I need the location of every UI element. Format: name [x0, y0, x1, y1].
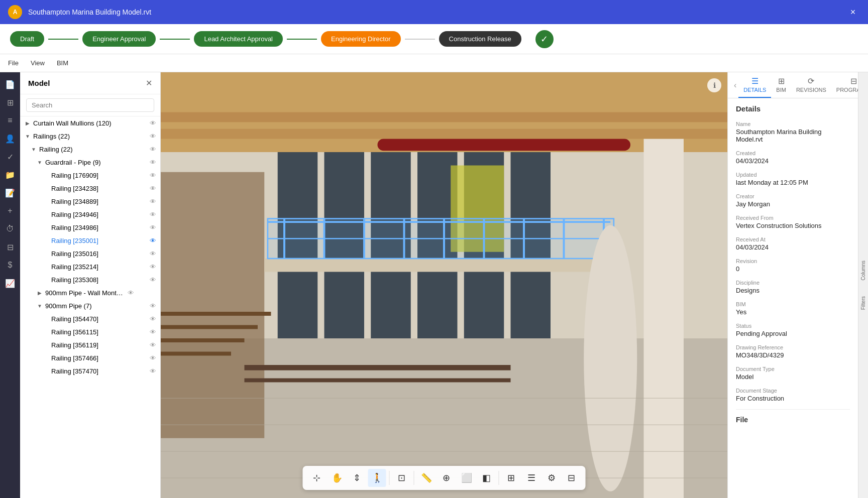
list-item[interactable]: Railing [234238] 👁	[20, 182, 160, 195]
export-button[interactable]: ⊟	[563, 469, 581, 487]
measure-tool-button[interactable]: 📏	[417, 469, 436, 487]
detail-updated-value: last Monday at 12:05 PM	[736, 179, 850, 186]
eye-icon[interactable]: 👁	[150, 354, 156, 362]
box-select-button[interactable]: ⬜	[458, 469, 476, 487]
list-item[interactable]: Railing [176909] 👁	[20, 169, 160, 182]
eye-icon[interactable]: 👁	[150, 185, 156, 192]
nav-folder-icon[interactable]: 📁	[2, 167, 18, 183]
tab-details[interactable]: ☰ DETAILS	[738, 72, 771, 98]
list-view-button[interactable]: ☰	[522, 469, 540, 487]
step-lead-architect[interactable]: Lead Architect Approval	[194, 31, 283, 47]
walk-tool-button[interactable]: 🚶	[368, 469, 386, 487]
columns-button[interactable]: Columns	[859, 257, 867, 284]
eye-icon[interactable]: 👁	[150, 159, 156, 166]
toolbar-separator	[389, 471, 390, 485]
step-construction-release[interactable]: Construction Release	[439, 31, 521, 47]
list-item[interactable]: Railing [235214] 👁	[20, 260, 160, 273]
detail-doc-stage-row: Document Stage For Construction	[736, 388, 850, 402]
settings-button[interactable]: ⚙	[542, 469, 561, 487]
tab-bim[interactable]: ⊞ BIM	[771, 72, 791, 98]
svg-rect-26	[161, 312, 271, 316]
list-item[interactable]: Railing [234946] 👁	[20, 208, 160, 221]
tree-item[interactable]: ▼ Guardrail - Pipe (9) 👁	[20, 156, 160, 169]
model-search-input[interactable]	[26, 98, 154, 112]
detail-status-value: Pending Approval	[736, 330, 850, 337]
eye-icon[interactable]: 👁	[150, 146, 156, 153]
viewport-info-button[interactable]: ℹ	[707, 78, 721, 92]
model-panel-close-button[interactable]: ✕	[146, 78, 152, 88]
tree-label: Railing [235214]	[51, 263, 148, 271]
pan-tool-button[interactable]: ✋	[328, 469, 346, 487]
orbit-tool-button[interactable]: ⇕	[348, 469, 366, 487]
tree-label: Railing [235001]	[51, 237, 148, 244]
eye-icon[interactable]: 👁	[150, 367, 156, 375]
eye-icon[interactable]: 👁	[150, 315, 156, 323]
eye-icon[interactable]: 👁	[150, 172, 156, 179]
detail-discipline-label: Discipline	[736, 280, 850, 286]
svg-rect-12	[378, 139, 631, 151]
close-button[interactable]: ×	[846, 5, 860, 19]
nav-chart-icon[interactable]: 📈	[2, 275, 18, 291]
menu-file[interactable]: File	[8, 57, 19, 69]
eye-icon[interactable]: 👁	[150, 133, 156, 140]
tab-revisions[interactable]: ⟳ REVISIONS	[791, 72, 831, 98]
list-item[interactable]: Railing [356115] 👁	[20, 325, 160, 338]
list-item[interactable]: Railing [357470] 👁	[20, 364, 160, 378]
eye-icon[interactable]: 👁	[150, 276, 156, 284]
eye-icon[interactable]: 👁	[150, 211, 156, 218]
tree-item[interactable]: ▼ 900mm Pipe (7) 👁	[20, 299, 160, 312]
eye-icon[interactable]: 👁	[150, 224, 156, 231]
eye-icon[interactable]: 👁	[150, 250, 156, 258]
list-item[interactable]: Railing [356119] 👁	[20, 338, 160, 351]
eye-icon[interactable]: 👁	[150, 302, 156, 310]
eye-icon[interactable]: 👁	[128, 289, 134, 297]
tree-item[interactable]: ▶ 900mm Pipe - Wall Monted... 👁	[20, 286, 160, 299]
eye-icon[interactable]: 👁	[150, 341, 156, 349]
2d-view-button[interactable]: ⊞	[502, 469, 520, 487]
tree-item[interactable]: ▼ Railing (22) 👁	[20, 143, 160, 156]
eye-icon[interactable]: 👁	[150, 119, 156, 127]
tree-item[interactable]: ▼ Railings (22) 👁	[20, 130, 160, 143]
tab-programmi[interactable]: ⊟ PROGRAMMI	[831, 72, 858, 98]
viewport[interactable]: ℹ ⊹ ✋ ⇕ 🚶 ⊡ 📏 ⊕ ⬜ ◧ ⊞ ☰ ⚙ ⊟	[161, 72, 727, 498]
markup-tool-button[interactable]: ⊕	[438, 469, 456, 487]
list-item[interactable]: Railing [234889] 👁	[20, 195, 160, 208]
select-tool-button[interactable]: ⊹	[308, 469, 326, 487]
list-item[interactable]: Railing [354470] 👁	[20, 312, 160, 325]
eye-icon[interactable]: 👁	[150, 263, 156, 271]
step-draft[interactable]: Draft	[10, 31, 44, 47]
file-section-title: File	[736, 416, 850, 424]
details-panel: ‹ ☰ DETAILS ⊞ BIM ⟳ REVISIONS ⊟ PROGRAMM…	[727, 72, 858, 498]
tree-item[interactable]: ▶ Curtain Wall Mullions (120) 👁	[20, 116, 160, 130]
nav-check-icon[interactable]: ✓	[2, 149, 18, 165]
eye-icon[interactable]: 👁	[150, 198, 156, 205]
workflow-check[interactable]: ✓	[535, 30, 554, 48]
nav-document-icon[interactable]: 📄	[2, 76, 18, 92]
list-item[interactable]: Railing [235016] 👁	[20, 247, 160, 260]
step-engineering-director[interactable]: Engineering Director	[321, 31, 401, 47]
menu-view[interactable]: View	[31, 57, 45, 69]
section-tool-button[interactable]: ⊡	[393, 469, 411, 487]
model-search-area	[20, 94, 160, 116]
svg-rect-29	[161, 352, 231, 356]
eye-icon[interactable]: 👁	[150, 328, 156, 336]
list-item[interactable]: Railing [235308] 👁	[20, 273, 160, 286]
list-item[interactable]: Railing [357466] 👁	[20, 351, 160, 364]
list-item[interactable]: Railing [234986] 👁	[20, 221, 160, 234]
tree-toggle-icon: ▼	[36, 302, 43, 309]
list-item-active[interactable]: Railing [235001] 👁	[20, 234, 160, 247]
nav-clock-icon[interactable]: ⏱	[2, 221, 18, 237]
eye-icon[interactable]: 👁	[150, 237, 156, 244]
nav-plus-icon[interactable]: +	[2, 203, 18, 219]
details-nav-left[interactable]: ‹	[732, 79, 738, 92]
nav-dollar-icon[interactable]: $	[2, 257, 18, 273]
nav-notes-icon[interactable]: 📝	[2, 185, 18, 201]
nav-grid-icon[interactable]: ⊞	[2, 94, 18, 110]
filters-button[interactable]: Filters	[859, 292, 867, 314]
nav-people-icon[interactable]: 👤	[2, 131, 18, 147]
menu-bim[interactable]: BIM	[57, 57, 68, 69]
nav-layers-icon[interactable]: ≡	[2, 112, 18, 129]
cube-tool-button[interactable]: ◧	[478, 469, 496, 487]
nav-table-icon[interactable]: ⊟	[2, 239, 18, 255]
step-engineer-approval[interactable]: Engineer Approval	[82, 31, 156, 47]
